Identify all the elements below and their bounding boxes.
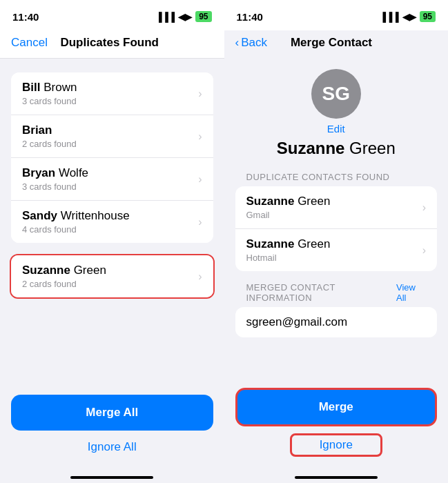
list-item[interactable]: Bill Brown 3 cards found › (11, 72, 213, 115)
selected-contact-text: Suzanne Green 2 cards found (22, 264, 106, 289)
left-nav-title: Duplicates Found (60, 36, 159, 50)
contact-first: Bill (22, 81, 40, 94)
duplicate-section-header: DUPLICATE CONTACTS FOUND (224, 172, 449, 186)
chevron-icon: › (422, 244, 426, 257)
duplicate-contact-text: Suzanne Green Gmail (246, 195, 331, 220)
contact-name: Sandy Writtenhouse (22, 209, 130, 223)
contact-first: Bryan (22, 166, 55, 179)
avatar: SG (311, 69, 361, 119)
contact-first: Sandy (22, 209, 57, 222)
chevron-left-icon: ‹ (235, 36, 240, 50)
contacts-list: Bill Brown 3 cards found › Brian 2 cards… (0, 59, 224, 384)
selected-contact-wrapper[interactable]: Suzanne Green 2 cards found › (10, 254, 215, 299)
contact-last: Writtenhouse (57, 209, 130, 222)
signal-icon: ▐▐▐ (156, 12, 175, 22)
list-item[interactable]: Brian 2 cards found › (11, 115, 213, 158)
duplicate-contact-item[interactable]: Suzanne Green Hotmail › (235, 229, 438, 271)
signal-icon: ▐▐▐ (380, 12, 399, 22)
left-screen: 11:40 ▐▐▐ ◀▶ 95 Cancel Duplicates Found … (0, 0, 224, 483)
chevron-icon: › (198, 130, 202, 143)
dup-first: Suzanne (246, 195, 295, 208)
view-all-button[interactable]: View All (396, 282, 426, 303)
duplicate-contact-item[interactable]: Suzanne Green Gmail › (235, 186, 438, 229)
contacts-group: Bill Brown 3 cards found › Brian 2 cards… (11, 72, 213, 243)
contact-name: Bryan Wolfe (22, 166, 88, 180)
left-nav-bar: Cancel Duplicates Found (0, 30, 224, 59)
back-button[interactable]: ‹ Back (235, 36, 267, 50)
contact-name: Brian (22, 124, 77, 137)
left-status-bar: 11:40 ▐▐▐ ◀▶ 95 (0, 0, 224, 30)
right-time: 11:40 (237, 11, 263, 23)
merge-button[interactable]: Merge (235, 388, 438, 426)
contact-last: Wolfe (55, 166, 88, 179)
back-label: Back (241, 36, 267, 50)
right-contact-name: Suzanne Green (277, 139, 396, 158)
chevron-icon: › (422, 201, 426, 214)
contact-name: Bill Brown (22, 81, 77, 95)
selected-contact-name: Suzanne Green (22, 264, 106, 277)
right-nav-title: Merge Contact (291, 36, 372, 50)
duplicate-contacts-group: Suzanne Green Gmail › Suzanne Green Hotm… (235, 186, 438, 271)
contact-subtitle: 4 cards found (22, 224, 130, 235)
contact-subtitle: 2 cards found (22, 139, 77, 149)
chevron-icon: › (198, 173, 202, 186)
contact-subtitle: 3 cards found (22, 181, 88, 192)
merged-section-row: MERGED CONTACT INFORMATION View All (224, 282, 449, 307)
home-indicator (295, 476, 378, 479)
left-status-icons: ▐▐▐ ◀▶ 95 (156, 11, 212, 22)
selected-contact-first: Suzanne (22, 264, 70, 277)
wifi-icon: ◀▶ (402, 12, 416, 22)
dup-source: Gmail (246, 210, 331, 220)
right-status-bar: 11:40 ▐▐▐ ◀▶ 95 (224, 0, 449, 30)
contact-first: Brian (22, 124, 52, 137)
home-indicator (70, 476, 153, 479)
right-contact-first: Suzanne (277, 139, 345, 157)
right-screen: 11:40 ▐▐▐ ◀▶ 95 ‹ Back Merge Contact SG … (224, 0, 449, 483)
duplicate-contact-text: Suzanne Green Hotmail (246, 237, 331, 263)
ignore-button[interactable]: Ignore (290, 433, 382, 457)
contact-text: Bill Brown 3 cards found (22, 81, 77, 106)
contact-text: Sandy Writtenhouse 4 cards found (22, 209, 130, 235)
list-item[interactable]: Bryan Wolfe 3 cards found › (11, 158, 213, 201)
contact-text: Bryan Wolfe 3 cards found (22, 166, 88, 192)
merge-all-button[interactable]: Merge All (11, 395, 213, 431)
ignore-all-button[interactable]: Ignore All (85, 437, 139, 457)
dup-source: Hotmail (246, 253, 331, 263)
chevron-icon: › (198, 270, 202, 283)
right-scroll: SG Edit Suzanne Green DUPLICATE CONTACTS… (224, 58, 449, 471)
right-nav-bar: ‹ Back Merge Contact (224, 30, 449, 58)
merged-email: sgreen@gmail.com (246, 315, 348, 328)
contact-last: Brown (40, 81, 77, 94)
right-contact-last: Green (344, 139, 395, 157)
wifi-icon: ◀▶ (178, 12, 192, 22)
selected-contact-last: Green (70, 264, 106, 277)
left-bottom-actions: Merge All Ignore All (0, 384, 224, 471)
edit-button[interactable]: Edit (327, 123, 345, 135)
chevron-icon: › (198, 88, 202, 100)
dup-contact-name: Suzanne Green (246, 237, 331, 251)
dup-last: Green (294, 195, 330, 208)
selected-contact-item[interactable]: Suzanne Green 2 cards found › (11, 255, 213, 297)
contact-subtitle: 3 cards found (22, 96, 77, 106)
dup-contact-name: Suzanne Green (246, 195, 331, 208)
battery-icon: 95 (195, 11, 211, 22)
cancel-button[interactable]: Cancel (11, 36, 48, 50)
avatar-section: SG Edit Suzanne Green (224, 58, 449, 172)
list-item[interactable]: Sandy Writtenhouse 4 cards found › (11, 201, 213, 243)
battery-icon: 95 (420, 11, 436, 22)
selected-contact-subtitle: 2 cards found (22, 279, 106, 289)
right-status-icons: ▐▐▐ ◀▶ 95 (380, 11, 436, 22)
right-bottom-actions: Merge Ignore (224, 377, 449, 471)
chevron-icon: › (198, 216, 202, 228)
merged-info-group: sgreen@gmail.com (235, 307, 438, 337)
contact-text: Brian 2 cards found (22, 124, 77, 149)
dup-first: Suzanne (246, 237, 295, 250)
left-time: 11:40 (12, 11, 39, 23)
dup-last: Green (294, 237, 330, 250)
merged-section-header: MERGED CONTACT INFORMATION (246, 282, 396, 303)
